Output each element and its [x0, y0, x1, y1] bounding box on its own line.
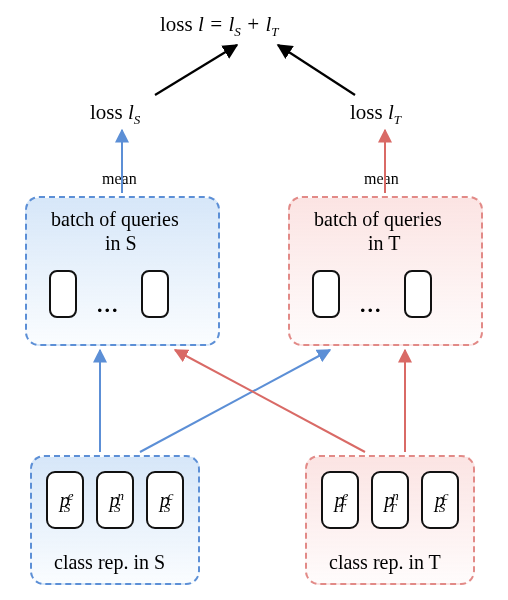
loss-s: loss lS — [90, 100, 140, 125]
svg-line-5 — [140, 350, 330, 452]
loss-t: loss lT — [350, 100, 401, 125]
query-item — [141, 270, 169, 318]
p-s-c: pcS — [146, 471, 184, 529]
loss-plus: + l — [241, 12, 272, 36]
queries-s-line1: batch of queries — [51, 208, 179, 231]
loss-word: loss — [160, 12, 198, 36]
total-loss: loss l = lS + lT — [160, 12, 279, 37]
p-s-e: peS — [46, 471, 84, 529]
queries-t-line2: in T — [368, 232, 400, 255]
loss-sub-s: S — [234, 24, 241, 39]
svg-line-0 — [155, 45, 237, 95]
query-item — [49, 270, 77, 318]
loss-t-var: l — [388, 100, 394, 124]
queries-t-line1: batch of queries — [314, 208, 442, 231]
p-t-c: pcS — [421, 471, 459, 529]
queries-box-t: batch of queries in T ... — [288, 196, 483, 346]
queries-s-line2: in S — [105, 232, 137, 255]
ellipsis-t: ... — [360, 292, 383, 318]
p-t-e: peT — [321, 471, 359, 529]
loss-s-sub: S — [134, 112, 141, 127]
mean-label-left: mean — [102, 170, 137, 188]
loss-s-word: loss — [90, 100, 128, 124]
class-rep-label-s: class rep. in S — [54, 551, 165, 574]
class-rep-label-t: class rep. in T — [329, 551, 441, 574]
class-rep-box-t: peT pnT pcS class rep. in T — [305, 455, 475, 585]
p-t-n: pnT — [371, 471, 409, 529]
loss-eq: l = l — [198, 12, 234, 36]
query-item — [312, 270, 340, 318]
ellipsis-s: ... — [97, 292, 120, 318]
loss-sub-t: T — [271, 24, 278, 39]
class-rep-box-s: peS pnS pcS class rep. in S — [30, 455, 200, 585]
loss-s-var: l — [128, 100, 134, 124]
loss-t-sub: T — [394, 112, 401, 127]
loss-t-word: loss — [350, 100, 388, 124]
svg-line-7 — [175, 350, 365, 452]
p-s-n: pnS — [96, 471, 134, 529]
queries-box-s: batch of queries in S ... — [25, 196, 220, 346]
mean-label-right: mean — [364, 170, 399, 188]
svg-line-1 — [278, 45, 355, 95]
diagram: loss l = lS + lT loss lS loss lT mean me… — [0, 0, 508, 600]
query-item — [404, 270, 432, 318]
